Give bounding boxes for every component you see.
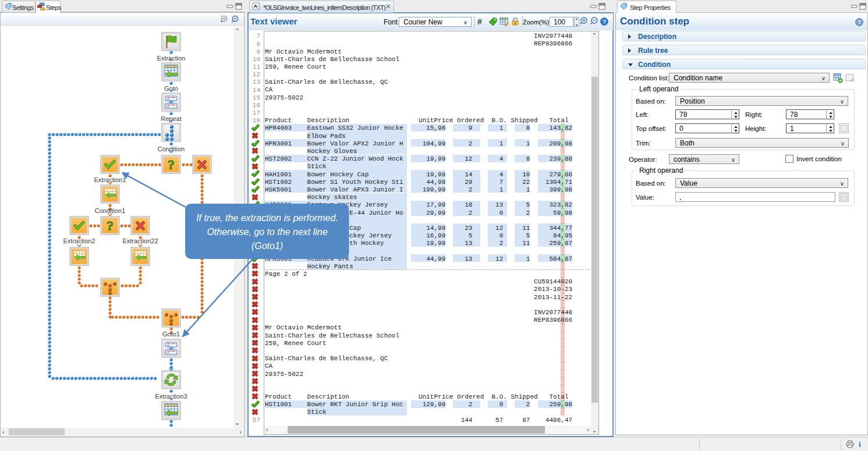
svg-text:Condition: Condition: [158, 145, 185, 152]
svg-text:Extraction2: Extraction2: [63, 237, 95, 244]
svg-text:Repeat: Repeat: [161, 115, 181, 122]
svg-text:Extraction22: Extraction22: [122, 237, 158, 244]
svg-text:Goto: Goto: [164, 85, 178, 92]
svg-text:?: ?: [168, 157, 175, 172]
svg-text:Extraction1: Extraction1: [94, 176, 126, 183]
svg-text:TT: TT: [841, 195, 847, 200]
svg-text:?: ?: [603, 18, 606, 24]
svg-text:Goto1: Goto1: [162, 331, 180, 338]
svg-text:?: ?: [107, 218, 114, 233]
svg-text:Condition1: Condition1: [95, 207, 126, 214]
svg-text:?: ?: [858, 19, 861, 25]
svg-text:Extraction3: Extraction3: [155, 393, 187, 400]
